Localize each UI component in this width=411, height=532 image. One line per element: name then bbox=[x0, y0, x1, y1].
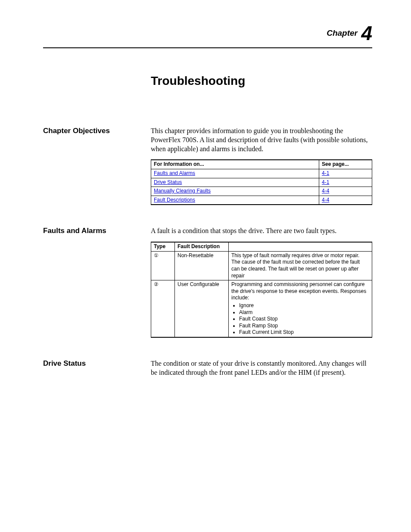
chapter-marker: Chapter 4 bbox=[43, 22, 372, 48]
heading-chapter-objectives: Chapter Objectives bbox=[43, 127, 151, 205]
para-faults-and-alarms: A fault is a condition that stops the dr… bbox=[151, 227, 372, 236]
fault-responses-list: Ignore Alarm Fault Coast Stop Fault Ramp… bbox=[231, 302, 369, 336]
list-item: Fault Current Limit Stop bbox=[239, 329, 369, 336]
fault-types-table: Type Fault Description ① Non-Resettable … bbox=[151, 242, 372, 338]
fault-table-header-blank bbox=[229, 242, 372, 251]
list-item: Alarm bbox=[239, 309, 369, 316]
heading-drive-status: Drive Status bbox=[43, 359, 151, 383]
list-item: Fault Ramp Stop bbox=[239, 323, 369, 330]
fault-table-row: ① Non-Resettable This type of fault norm… bbox=[151, 251, 372, 280]
link-page-4-4[interactable]: 4-4 bbox=[322, 197, 329, 203]
link-page-4-1[interactable]: 4-1 bbox=[322, 170, 329, 176]
section-drive-status: Drive Status The condition or state of y… bbox=[43, 359, 372, 383]
page-title: Troubleshooting bbox=[151, 74, 372, 88]
heading-faults-and-alarms: Faults and Alarms bbox=[43, 227, 151, 338]
section-chapter-objectives: Chapter Objectives This chapter provides… bbox=[43, 127, 372, 205]
fault-table-row: ② User Configurable Programming and comm… bbox=[151, 280, 372, 337]
fault-type-desc: This type of fault normally requires dri… bbox=[229, 251, 372, 280]
link-page-4-1[interactable]: 4-1 bbox=[322, 179, 329, 185]
body-chapter-objectives: This chapter provides information to gui… bbox=[151, 127, 372, 205]
list-item: Ignore bbox=[239, 302, 369, 309]
para-chapter-objectives: This chapter provides information to gui… bbox=[151, 127, 372, 153]
info-table-header-topic: For Information on... bbox=[151, 160, 319, 169]
chapter-label-number: 4 bbox=[361, 22, 372, 44]
fault-table-header-type: Type bbox=[151, 242, 175, 251]
fault-type-name: Non-Resettable bbox=[175, 251, 229, 280]
chapter-label-word: Chapter bbox=[327, 28, 358, 37]
fault-type-name: User Configurable bbox=[175, 280, 229, 337]
info-table-header-page: See page... bbox=[319, 160, 372, 169]
link-faults-and-alarms[interactable]: Faults and Alarms bbox=[154, 170, 195, 176]
info-table: For Information on... See page... Faults… bbox=[151, 159, 372, 205]
fault-type-desc-cell: Programming and commissioning personnel … bbox=[229, 280, 372, 337]
fault-table-header-desc: Fault Description bbox=[175, 242, 229, 251]
info-table-row: Drive Status 4-1 bbox=[151, 178, 372, 187]
body-faults-and-alarms: A fault is a condition that stops the dr… bbox=[151, 227, 372, 338]
link-drive-status[interactable]: Drive Status bbox=[154, 179, 182, 185]
para-drive-status: The condition or state of your drive is … bbox=[151, 359, 372, 377]
info-table-row: Manually Clearing Faults 4-4 bbox=[151, 187, 372, 196]
fault-type-symbol: ② bbox=[151, 280, 175, 337]
info-table-row: Faults and Alarms 4-1 bbox=[151, 169, 372, 178]
page: Chapter 4 Troubleshooting Chapter Object… bbox=[0, 0, 411, 383]
section-faults-and-alarms: Faults and Alarms A fault is a condition… bbox=[43, 227, 372, 338]
link-fault-descriptions[interactable]: Fault Descriptions bbox=[154, 197, 195, 203]
link-manually-clearing-faults[interactable]: Manually Clearing Faults bbox=[154, 188, 211, 194]
fault-type-symbol: ① bbox=[151, 251, 175, 280]
link-page-4-4[interactable]: 4-4 bbox=[322, 188, 329, 194]
info-table-row: Fault Descriptions 4-4 bbox=[151, 196, 372, 205]
fault-type-desc-intro: Programming and commissioning personnel … bbox=[231, 281, 366, 301]
list-item: Fault Coast Stop bbox=[239, 316, 369, 323]
body-drive-status: The condition or state of your drive is … bbox=[151, 359, 372, 383]
